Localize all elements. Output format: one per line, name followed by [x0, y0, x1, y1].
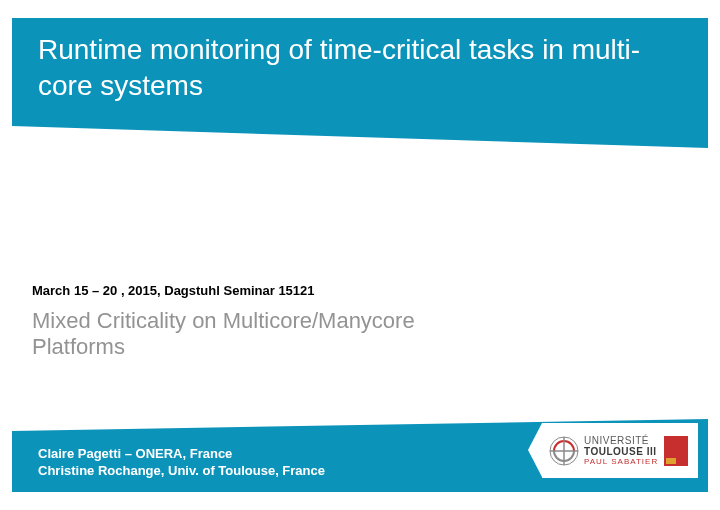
seminar-subtitle: Mixed Criticality on Multicore/Manycore … [32, 308, 415, 361]
footer-banner: Claire Pagetti – ONERA, France Christine… [12, 431, 708, 492]
title-banner: Runtime monitoring of time-critical task… [12, 18, 708, 126]
logo-text: UNIVERSITÉ TOULOUSE III PAUL SABATIER [584, 436, 658, 466]
crest-icon [664, 436, 688, 466]
slide-title: Runtime monitoring of time-critical task… [38, 32, 682, 105]
logo-text-line-2: TOULOUSE III [584, 447, 658, 457]
logo-text-line-1: UNIVERSITÉ [584, 436, 658, 446]
subtitle-line-2: Platforms [32, 334, 415, 360]
logo-mark-icon [548, 429, 580, 473]
logo-text-line-3: PAUL SABATIER [584, 458, 658, 466]
university-logo: UNIVERSITÉ TOULOUSE III PAUL SABATIER [542, 423, 698, 478]
subtitle-line-1: Mixed Criticality on Multicore/Manycore [32, 308, 415, 334]
date-seminar-line: March 15 – 20 , 2015, Dagstuhl Seminar 1… [32, 283, 315, 298]
